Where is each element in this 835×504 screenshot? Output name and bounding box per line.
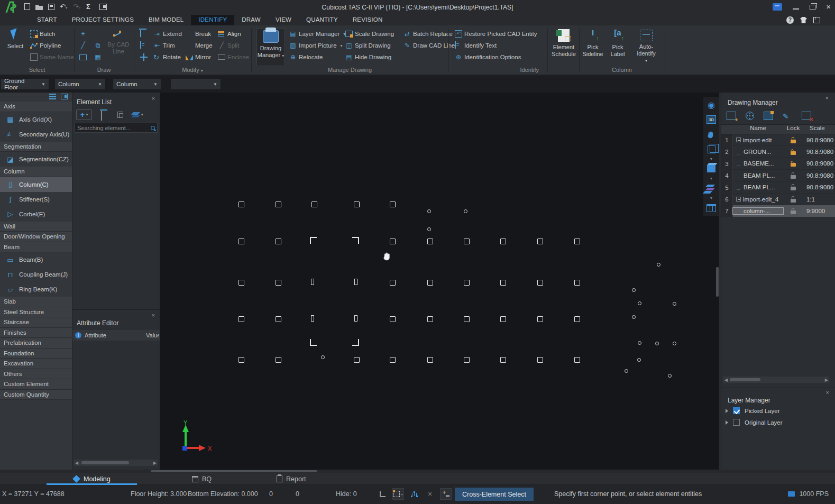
polyline-button[interactable]: Polyline — [30, 41, 61, 50]
extra-select[interactable]: ▼ — [170, 78, 221, 90]
category-header-wall[interactable]: Wall — [0, 222, 72, 232]
extend-button[interactable]: ⇥Extend — [153, 29, 182, 39]
cad-column-square[interactable] — [354, 201, 360, 207]
cad-column-narrow[interactable] — [354, 315, 357, 322]
theme-icon[interactable] — [800, 17, 807, 23]
cad-column-square[interactable] — [427, 316, 433, 322]
chevron-down-icon[interactable]: ▼ — [710, 177, 713, 180]
solid-cube-icon[interactable] — [705, 162, 718, 175]
drawing-row[interactable]: 5BEAM PL...90.8:9080 — [721, 182, 835, 194]
pick-sideline-button[interactable]: I↑ Pick Sideline — [581, 28, 605, 66]
cad-circle-mark[interactable] — [638, 341, 641, 345]
cad-column-square[interactable] — [390, 357, 396, 363]
cad-column-square[interactable] — [238, 357, 244, 363]
cad-column-square[interactable] — [500, 280, 506, 286]
element-schedule-button[interactable]: Element Schedule — [550, 28, 577, 66]
merge-button[interactable]: Merge — [186, 41, 213, 50]
cad-circle-mark[interactable] — [632, 288, 636, 292]
cad-corner-mark[interactable] — [310, 339, 317, 346]
feedback-chat-icon[interactable] — [773, 3, 782, 11]
copy-element-icon[interactable] — [117, 112, 123, 118]
drawing-row[interactable]: 4BEAM PL...90.8:9080 — [721, 170, 835, 181]
group-select-icon[interactable] — [408, 488, 420, 500]
tab-start[interactable]: START — [30, 15, 65, 25]
3d-view-icon[interactable]: 3D — [705, 113, 718, 126]
scale-column-header[interactable]: Scale — [803, 125, 835, 134]
drawing-row[interactable]: 2GROUN...90.8:9080 — [721, 146, 835, 158]
expand-arrow-icon[interactable] — [726, 420, 728, 425]
rotate-button[interactable]: ↻Rotate — [153, 52, 181, 62]
ortho-icon[interactable] — [377, 488, 388, 500]
cad-circle-mark[interactable] — [673, 302, 676, 306]
locate-drawing-icon[interactable] — [746, 112, 754, 120]
workspace-tab-modeling[interactable]: Modeling — [73, 473, 111, 485]
layer-checkbox[interactable] — [733, 419, 740, 426]
cad-column-narrow[interactable] — [311, 279, 314, 285]
draw-point-icon[interactable]: + — [79, 30, 87, 38]
chevron-down-icon[interactable]: ▼ — [710, 158, 713, 160]
category-header-staircase[interactable]: Staircase — [0, 317, 72, 328]
restore-picked-button[interactable]: ↶Restore Picked CAD Entity — [455, 29, 537, 39]
relocate-button[interactable]: ⊕Relocate — [289, 52, 323, 62]
cad-column-square[interactable] — [238, 280, 244, 286]
cad-column-square[interactable] — [537, 239, 543, 244]
collapse-icon[interactable] — [736, 138, 741, 142]
split-drawing-button[interactable]: ◫Split Drawing — [345, 41, 391, 50]
import-picture-button[interactable]: ▥Import Picture — [289, 41, 343, 50]
drawing-canvas[interactable]: Y X — [160, 93, 719, 470]
category-header-axis[interactable]: Axis — [0, 102, 72, 112]
category-header-excavation[interactable]: Excavation — [0, 359, 72, 369]
drawing-name[interactable]: BASEME... — [733, 160, 783, 167]
drawing-manager-button[interactable]: Drawing Manager — [256, 28, 285, 66]
element-type-select[interactable]: Column▼ — [113, 78, 161, 90]
sidebar-item-stiffener-s-[interactable]: ʃStiffener(S) — [0, 192, 72, 207]
pick-label-button[interactable]: [a↑ Pick Label — [606, 28, 629, 66]
cad-column-square[interactable] — [390, 280, 396, 286]
rename-drawing-icon[interactable] — [783, 112, 792, 120]
view-cube-icon[interactable] — [705, 143, 718, 155]
cad-column-square[interactable] — [574, 239, 580, 244]
enclose-button[interactable]: Enclose — [218, 52, 249, 62]
workspace-tab-report[interactable]: Report — [277, 473, 306, 485]
align-button[interactable]: Align — [218, 29, 241, 39]
cad-circle-mark[interactable] — [673, 342, 676, 345]
move-icon[interactable] — [140, 53, 148, 61]
copy-icon[interactable] — [140, 42, 148, 49]
cad-column-square[interactable] — [238, 239, 244, 244]
cad-circle-mark[interactable] — [625, 369, 628, 373]
batch-button[interactable]: Batch — [30, 29, 55, 39]
cad-column-square[interactable] — [537, 316, 543, 322]
scale-drawing-button[interactable]: Scale Drawing — [345, 29, 394, 39]
cad-column-square[interactable] — [276, 239, 281, 244]
sidebar-item-axis-grid-x-[interactable]: ▦Axis Grid(X) — [0, 112, 72, 127]
drawing-row[interactable]: 7column-...9:9000 — [721, 205, 835, 217]
close-icon[interactable]: × — [826, 2, 831, 12]
cad-circle-mark[interactable] — [655, 342, 659, 345]
left-panel-hscrollbar[interactable]: ◀ ▶ — [74, 460, 158, 466]
name-column-header[interactable]: Name — [733, 125, 783, 134]
cad-circle-mark[interactable] — [464, 209, 467, 213]
cad-column-square[interactable] — [427, 357, 433, 363]
element-search-input[interactable]: Searching element... — [75, 123, 158, 133]
category-header-column[interactable]: Column — [0, 167, 72, 177]
tab-bim-model[interactable]: BIM MODEL — [141, 15, 191, 25]
drawing-name[interactable]: BEAM PL... — [733, 184, 783, 190]
category-header-finishes[interactable]: Finishes — [0, 328, 72, 338]
cad-circle-mark[interactable] — [638, 301, 641, 305]
cad-column-square[interactable] — [574, 316, 580, 322]
delete-element-icon[interactable] — [101, 111, 108, 118]
layer-item-original-layer[interactable]: Original Layer — [726, 419, 783, 426]
delete-icon[interactable] — [140, 30, 148, 38]
minimize-icon[interactable] — [793, 8, 799, 10]
cad-corner-mark[interactable] — [352, 237, 359, 244]
mirror-button[interactable]: Mirror — [186, 52, 211, 62]
cad-corner-mark[interactable] — [310, 237, 317, 244]
draw-line-icon[interactable]: ╱ — [79, 42, 87, 49]
panel-toggle-icon[interactable] — [61, 94, 68, 99]
add-drawing-icon[interactable] — [727, 112, 736, 120]
scale-drawing-icon[interactable] — [764, 112, 773, 120]
cad-corner-mark[interactable] — [352, 339, 359, 346]
cad-column-square[interactable] — [500, 357, 506, 363]
category-header-custom-element[interactable]: Custom Element — [0, 379, 72, 390]
cad-column-square[interactable] — [238, 201, 244, 207]
